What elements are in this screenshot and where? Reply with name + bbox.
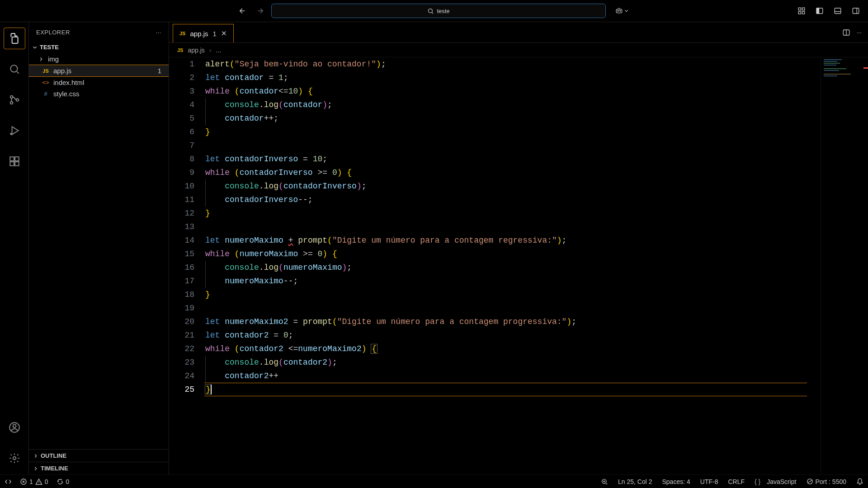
search-text: teste [437, 8, 449, 14]
activity-settings[interactable] [4, 447, 25, 469]
code-line[interactable]: while (contadorInverso >= 0) { [205, 166, 821, 179]
activity-search[interactable] [4, 58, 25, 80]
outline-section[interactable]: OUTLINE [29, 449, 169, 462]
problems-status[interactable]: 1 0 [20, 478, 48, 485]
code-line[interactable]: let contadorInverso = 10; [205, 152, 821, 166]
nav-forward-button[interactable] [253, 4, 268, 18]
code-line[interactable] [205, 220, 821, 234]
svg-rect-12 [853, 8, 859, 14]
live-server-status[interactable]: Port : 5500 [807, 478, 847, 485]
file-img[interactable]: img [29, 53, 169, 65]
code-line[interactable]: numeroMaximo--; [205, 274, 821, 288]
sidebar-more-icon[interactable]: ··· [156, 29, 161, 36]
svg-point-17 [16, 99, 18, 101]
code-line[interactable]: let numeroMaximo2 = prompt("Digite um nú… [205, 315, 821, 328]
cursor-position[interactable]: Ln 25, Col 2 [618, 478, 652, 485]
sidebar-title: EXPLORER [36, 29, 70, 36]
code-line[interactable]: } [205, 125, 821, 139]
svg-rect-5 [802, 8, 805, 10]
tab-filename: app.js [190, 30, 208, 38]
svg-rect-21 [15, 162, 19, 166]
svg-rect-10 [835, 8, 841, 14]
svg-point-2 [618, 10, 618, 11]
svg-rect-4 [798, 8, 801, 10]
activity-bar [0, 22, 29, 474]
nav-back-button[interactable] [235, 4, 250, 18]
indentation-status[interactable]: Spaces: 4 [662, 478, 690, 485]
svg-point-15 [10, 96, 12, 98]
toggle-primary-sidebar-icon[interactable] [813, 4, 826, 18]
svg-point-24 [13, 424, 16, 427]
code-editor[interactable]: 1234567891011121314151617181920212223242… [169, 57, 868, 474]
minimap[interactable] [821, 57, 868, 474]
svg-rect-19 [10, 157, 14, 161]
language-status[interactable]: { } JavaScript [755, 478, 797, 485]
code-line[interactable]: contadorInverso--; [205, 193, 821, 206]
encoding-status[interactable]: UTF-8 [700, 478, 718, 485]
code-line[interactable]: let numeroMaximo + prompt("Digite um núm… [205, 234, 821, 247]
svg-rect-6 [798, 12, 801, 14]
code-line[interactable]: while (numeroMaximo >= 0) { [205, 247, 821, 261]
code-line[interactable]: } [205, 206, 821, 220]
layout-customize-icon[interactable] [795, 4, 808, 18]
search-icon [427, 8, 434, 14]
breadcrumb[interactable]: JS app.js › ... [169, 43, 868, 57]
toggle-secondary-sidebar-icon[interactable] [849, 4, 863, 18]
svg-point-0 [429, 9, 433, 13]
timeline-section[interactable]: TIMELINE [29, 462, 169, 474]
code-line[interactable]: let contador2 = 0; [205, 328, 821, 342]
split-editor-icon[interactable] [842, 28, 850, 37]
activity-explorer[interactable] [4, 28, 25, 49]
svg-point-3 [620, 10, 621, 11]
ports-status[interactable]: 0 [57, 478, 70, 485]
project-header[interactable]: TESTE [29, 42, 169, 52]
editor-more-icon[interactable]: ··· [857, 29, 862, 36]
editor-tabs: JS app.js 1 ✕ ··· [169, 22, 868, 43]
code-line[interactable] [205, 139, 821, 152]
code-line[interactable]: } [205, 383, 821, 396]
js-file-icon: JS [42, 68, 50, 74]
toggle-panel-icon[interactable] [831, 4, 844, 18]
tab-app-js[interactable]: JS app.js 1 ✕ [173, 24, 234, 42]
file-style-css[interactable]: #style.css [29, 88, 169, 99]
code-line[interactable]: while (contador2 <=numeroMaximo2) { [205, 342, 821, 356]
copilot-button[interactable] [615, 4, 629, 18]
breadcrumb-file: app.js [188, 47, 204, 54]
code-line[interactable]: let contador = 1; [205, 71, 821, 84]
editor-group: JS app.js 1 ✕ ··· JS app.js › ... 123456… [169, 22, 868, 474]
file-app-js[interactable]: JSapp.js1 [29, 65, 169, 77]
code-line[interactable]: contador2++ [205, 369, 821, 383]
code-line[interactable]: console.log(numeroMaximo); [205, 261, 821, 274]
tab-close-icon[interactable]: ✕ [221, 29, 227, 38]
js-file-icon: JS [177, 47, 183, 53]
eol-status[interactable]: CRLF [728, 478, 745, 485]
code-line[interactable] [205, 301, 821, 315]
explorer-sidebar: EXPLORER ··· TESTE imgJSapp.js1<>index.h… [29, 22, 169, 474]
zoom-status-icon[interactable] [601, 478, 608, 485]
activity-run-debug[interactable] [4, 120, 25, 141]
code-line[interactable]: console.log(contador2); [205, 356, 821, 369]
titlebar: teste [0, 0, 868, 22]
tab-problem-count: 1 [213, 30, 217, 38]
notifications-icon[interactable] [856, 478, 863, 485]
activity-accounts[interactable] [4, 417, 25, 438]
breadcrumb-tail: ... [216, 47, 222, 54]
code-line[interactable]: contador++; [205, 112, 821, 125]
code-line[interactable]: while (contador<=10) { [205, 84, 821, 98]
svg-rect-1 [616, 9, 622, 13]
command-center-search[interactable]: teste [271, 4, 606, 18]
code-line[interactable]: alert("Seja bem-vindo ao contador!"); [205, 57, 821, 71]
remote-indicator[interactable] [5, 478, 12, 485]
activity-extensions[interactable] [4, 150, 25, 172]
code-line[interactable]: } [205, 288, 821, 301]
svg-point-25 [13, 457, 16, 460]
file-index-html[interactable]: <>index.html [29, 77, 169, 88]
svg-rect-7 [802, 12, 805, 14]
svg-point-16 [10, 102, 12, 104]
code-line[interactable]: console.log(contador); [205, 98, 821, 112]
css-file-icon: # [42, 90, 50, 97]
code-line[interactable]: console.log(contadorInverso); [205, 179, 821, 193]
activity-source-control[interactable] [4, 89, 25, 111]
svg-point-14 [10, 65, 17, 72]
svg-rect-9 [816, 8, 819, 14]
